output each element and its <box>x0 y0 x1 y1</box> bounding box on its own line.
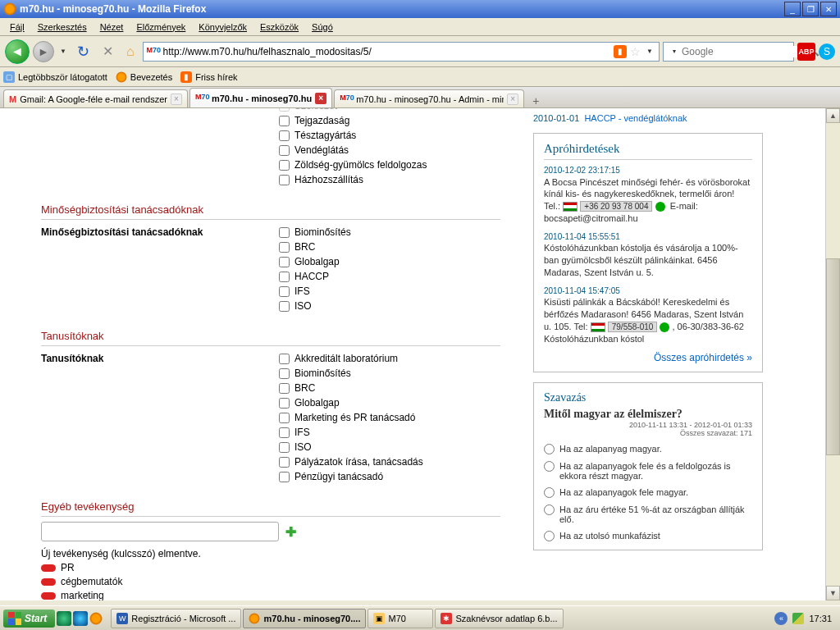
scrollbar[interactable]: ▲ ▼ <box>825 108 840 600</box>
close-button[interactable]: ✕ <box>820 2 837 16</box>
poll-radio[interactable] <box>544 531 555 541</box>
tab-m70-admin[interactable]: M70 m70.hu - minoseg70.hu - Admin - mino… <box>334 89 524 107</box>
menu-file[interactable]: Fájl <box>3 21 31 34</box>
phone-call-icon[interactable] <box>660 322 669 332</box>
search-input[interactable] <box>682 46 805 57</box>
taskbar-item-folder[interactable]: ▣ M70 <box>368 609 433 628</box>
keyword-label: marketing <box>61 590 104 600</box>
poll-radio[interactable] <box>544 487 555 498</box>
top-checkbox[interactable] <box>279 175 290 185</box>
menu-help[interactable]: Súgó <box>305 21 340 34</box>
bookmark-star-icon[interactable]: ☆ <box>630 45 641 58</box>
scroll-up-button[interactable]: ▲ <box>826 108 840 123</box>
taskbar-item-doc[interactable]: ✱ Szaknévsor adatlap 6.b... <box>435 609 563 628</box>
cert-checkbox[interactable] <box>279 354 290 364</box>
phone-call-icon[interactable] <box>655 202 665 212</box>
form-area: SzőlészetTejgazdaságTésztagyártásVendégl… <box>0 108 525 600</box>
cert-label: IFS <box>294 427 310 438</box>
tab-m70[interactable]: M70 m70.hu - minoseg70.hu × <box>189 88 332 107</box>
remove-pill-icon[interactable] <box>41 564 56 572</box>
url-input[interactable] <box>163 46 610 57</box>
tab-close-icon[interactable]: × <box>315 93 326 104</box>
word-icon: W <box>116 613 128 624</box>
remove-pill-icon[interactable] <box>41 592 56 600</box>
poll-radio[interactable] <box>544 444 555 454</box>
url-dropdown-icon[interactable]: ▼ <box>644 48 655 55</box>
poll-radio[interactable] <box>544 504 555 515</box>
ql-chrome-icon[interactable] <box>57 611 71 626</box>
restore-button[interactable]: ❐ <box>802 2 819 16</box>
scroll-thumb[interactable] <box>826 258 840 455</box>
cert-checkbox[interactable] <box>279 427 290 438</box>
scroll-down-button[interactable]: ▼ <box>826 586 840 600</box>
qa-checkbox[interactable] <box>279 286 290 297</box>
top-checkbox[interactable] <box>279 108 290 112</box>
home-button[interactable]: ⌂ <box>121 44 139 59</box>
qa-checkbox[interactable] <box>279 257 290 267</box>
menu-view[interactable]: Nézet <box>94 21 130 34</box>
cert-checkbox[interactable] <box>279 383 290 394</box>
adblock-icon[interactable]: ABP <box>797 43 815 61</box>
all-ads-link[interactable]: Összes apróhirdetés » <box>544 352 752 363</box>
top-checkbox[interactable] <box>279 145 290 156</box>
qa-checkbox[interactable] <box>279 301 290 312</box>
history-dropdown-icon[interactable]: ▼ <box>57 48 69 55</box>
remove-pill-icon[interactable] <box>41 578 56 586</box>
doc-icon: ✱ <box>441 613 452 624</box>
poll-option-label: Ha az utolsó munkafázist <box>559 531 660 541</box>
cert-option: Pályázatok írása, tanácsadás <box>279 456 500 468</box>
ql-firefox-icon[interactable] <box>89 612 103 625</box>
cert-checkbox[interactable] <box>279 472 290 482</box>
other-activity-input[interactable] <box>41 522 279 541</box>
tab-close-icon[interactable]: × <box>171 94 182 105</box>
search-engine-dropdown-icon[interactable]: ▾ <box>670 48 678 55</box>
qa-option: Globalgap <box>279 256 500 267</box>
security-shield-icon[interactable] <box>792 613 804 624</box>
clock: 17:31 <box>809 614 832 623</box>
tab-gmail[interactable]: M Gmail: A Google-féle e-mail rendszer × <box>3 89 188 107</box>
url-bar[interactable]: M70 ▮ ☆ ▼ <box>143 42 660 62</box>
bookmark-most-visited[interactable]: ▢Legtöbbször látogatott <box>3 71 107 83</box>
taskbar-item-word[interactable]: W Regisztráció - Microsoft ... <box>111 609 241 628</box>
new-tab-button[interactable]: + <box>526 94 546 107</box>
tray-expand-icon[interactable]: « <box>774 612 788 625</box>
menu-bookmarks[interactable]: Könyvjelzők <box>192 21 253 34</box>
cert-checkbox[interactable] <box>279 457 290 468</box>
qa-label: HACCP <box>294 271 329 282</box>
bookmark-news[interactable]: ▮Friss hírek <box>180 71 237 83</box>
bookmark-intro[interactable]: Bevezetés <box>116 71 172 83</box>
ql-ie-icon[interactable] <box>73 611 88 626</box>
top-label: Tejgazdaság <box>294 115 349 126</box>
menu-edit[interactable]: Szerkesztés <box>31 21 94 34</box>
qa-checkbox[interactable] <box>279 272 290 282</box>
qa-checkbox[interactable] <box>279 227 290 238</box>
qa-label: IFS <box>294 285 310 297</box>
add-icon[interactable]: ✚ <box>284 525 297 538</box>
top-checkbox[interactable] <box>279 116 290 126</box>
reload-button[interactable]: ↻ <box>72 43 94 61</box>
qa-checkbox[interactable] <box>279 242 290 253</box>
poll-radio[interactable] <box>544 461 555 472</box>
menu-history[interactable]: Előzmények <box>130 21 192 34</box>
minimize-button[interactable]: _ <box>784 2 801 16</box>
cert-checkbox[interactable] <box>279 368 290 379</box>
tab-close-icon[interactable]: × <box>507 94 518 105</box>
cert-checkbox[interactable] <box>279 413 290 423</box>
news-link[interactable]: HACCP - vendéglátóknak <box>584 113 687 123</box>
phone-badge: +36 20 93 78 004 <box>580 201 652 212</box>
start-button[interactable]: Start <box>3 609 55 628</box>
site-favicon: M70 <box>147 46 160 57</box>
rss-icon[interactable]: ▮ <box>614 45 627 58</box>
cert-checkbox[interactable] <box>279 398 290 409</box>
cert-label: ISO <box>294 441 312 453</box>
ad-item: 2010-12-02 23:17:15 A Bocsa Pincészet mi… <box>544 165 752 225</box>
top-checkbox[interactable] <box>279 160 290 171</box>
skype-icon[interactable]: S <box>819 43 835 60</box>
top-option: Szőlészet <box>279 108 500 112</box>
search-box[interactable]: ▾ 🔍 <box>663 42 794 62</box>
back-button[interactable]: ◄ <box>5 39 30 64</box>
menu-tools[interactable]: Eszközök <box>253 21 305 34</box>
cert-checkbox[interactable] <box>279 442 290 453</box>
taskbar-item-firefox[interactable]: m70.hu - minoseg70.... <box>243 609 366 628</box>
top-checkbox[interactable] <box>279 130 290 141</box>
